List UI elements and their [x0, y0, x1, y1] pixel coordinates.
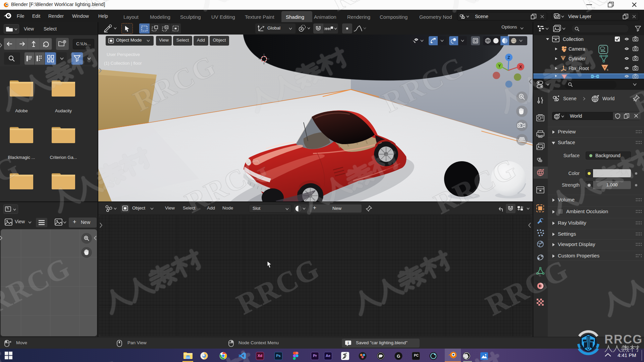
svg-text:G: G	[397, 354, 400, 359]
svg-text:Cylinder: Cylinder	[569, 56, 586, 61]
svg-text:Blackmagic ...: Blackmagic ...	[8, 155, 35, 160]
svg-text:(1) Collection | floor: (1) Collection | floor	[104, 61, 142, 66]
svg-text:Fbx_Root: Fbx_Root	[569, 66, 589, 71]
svg-text:Collection: Collection	[563, 37, 583, 42]
svg-text:User Perspective: User Perspective	[107, 52, 140, 57]
svg-text:i: i	[347, 341, 348, 345]
svg-text:Adobe: Adobe	[15, 108, 28, 113]
svg-text:Audacity: Audacity	[55, 108, 72, 113]
svg-text:Camera: Camera	[569, 46, 585, 52]
svg-text:Y: Y	[498, 64, 501, 68]
svg-text:Z: Z	[507, 55, 510, 60]
svg-text:Criterion Ga...: Criterion Ga...	[50, 155, 77, 160]
svg-text:X: X	[519, 65, 522, 69]
svg-text:s: s	[607, 68, 608, 71]
